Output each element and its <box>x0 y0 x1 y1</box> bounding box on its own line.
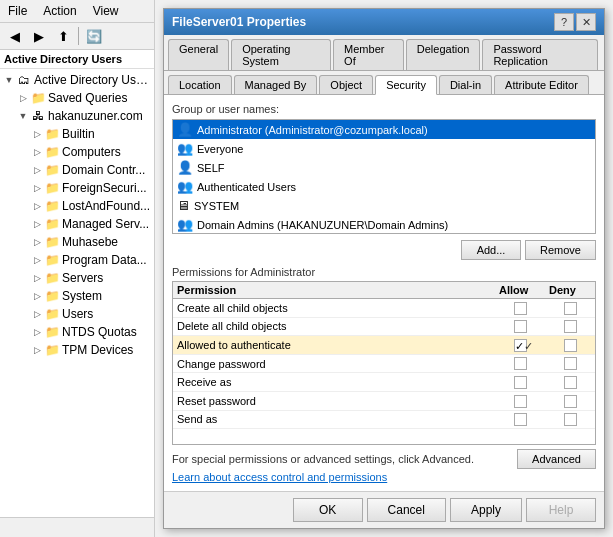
user-icon-administrator: 👤 <box>177 122 193 137</box>
sidebar-item-lost-found[interactable]: ▷ 📁 LostAndFound... <box>0 197 154 215</box>
deny-checkbox-0[interactable] <box>564 302 577 315</box>
perm-deny-3[interactable] <box>545 354 595 373</box>
perm-name-4: Receive as <box>173 373 495 392</box>
perm-allow-5[interactable] <box>495 391 545 410</box>
expander-program-data: ▷ <box>30 253 44 267</box>
sidebar-item-users[interactable]: ▷ 📁 Users <box>0 305 154 323</box>
user-list-item[interactable]: 👥 Everyone <box>173 139 595 158</box>
user-list-item[interactable]: 👥 Domain Admins (HAKANUZUNER\Domain Admi… <box>173 215 595 234</box>
advanced-button[interactable]: Advanced <box>517 449 596 469</box>
allow-checkbox-2[interactable]: ✓ <box>514 339 527 352</box>
table-row: Change password <box>173 354 595 373</box>
deny-checkbox-6[interactable] <box>564 413 577 426</box>
allow-checkbox-3[interactable] <box>514 357 527 370</box>
allow-checkbox-6[interactable] <box>514 413 527 426</box>
sidebar-item-saved-queries[interactable]: ▷ 📁 Saved Queries <box>0 89 154 107</box>
perm-deny-1[interactable] <box>545 317 595 336</box>
ok-button[interactable]: OK <box>293 498 363 522</box>
sidebar-item-ntds-quotas[interactable]: ▷ 📁 NTDS Quotas <box>0 323 154 341</box>
user-list[interactable]: 👤 Administrator (Administrator@cozumpark… <box>172 119 596 234</box>
left-panel: File Action View ◀ ▶ ⬆ 🔄 Active Director… <box>0 0 155 537</box>
expander-users: ▷ <box>30 307 44 321</box>
tab-dial-in[interactable]: Dial-in <box>439 75 492 94</box>
perm-allow-3[interactable] <box>495 354 545 373</box>
remove-button[interactable]: Remove <box>525 240 596 260</box>
perm-name-0: Create all child objects <box>173 299 495 318</box>
user-list-item[interactable]: 👥 Authenticated Users <box>173 177 595 196</box>
tab-object[interactable]: Object <box>319 75 373 94</box>
advanced-section: For special permissions or advanced sett… <box>172 449 596 469</box>
tab-attr-editor[interactable]: Attribute Editor <box>494 75 589 94</box>
user-name-self: SELF <box>197 162 225 174</box>
apply-button[interactable]: Apply <box>450 498 522 522</box>
user-list-item[interactable]: 👤 SELF <box>173 158 595 177</box>
tab-location[interactable]: Location <box>168 75 232 94</box>
sidebar-item-managed-srv[interactable]: ▷ 📁 Managed Serv... <box>0 215 154 233</box>
tab-pw-replication[interactable]: Password Replication <box>482 39 598 70</box>
menu-view[interactable]: View <box>89 2 123 20</box>
title-buttons: ? ✕ <box>554 13 596 31</box>
refresh-button[interactable]: 🔄 <box>83 25 105 47</box>
expander-root: ▼ <box>2 73 16 87</box>
program-data-label: Program Data... <box>62 253 147 267</box>
close-title-button[interactable]: ✕ <box>576 13 596 31</box>
tab-os[interactable]: Operating System <box>231 39 331 70</box>
tab-row-2: Location Managed By Object Security Dial… <box>164 71 604 95</box>
sidebar-item-servers[interactable]: ▷ 📁 Servers <box>0 269 154 287</box>
menu-file[interactable]: File <box>4 2 31 20</box>
allow-checkbox-0[interactable] <box>514 302 527 315</box>
perm-allow-1[interactable] <box>495 317 545 336</box>
tab-general[interactable]: General <box>168 39 229 70</box>
tab-delegation[interactable]: Delegation <box>406 39 481 70</box>
user-name-system: SYSTEM <box>194 200 239 212</box>
sidebar-item-domain-ctrl[interactable]: ▷ 📁 Domain Contr... <box>0 161 154 179</box>
perm-name-1: Delete all child objects <box>173 317 495 336</box>
perm-deny-4[interactable] <box>545 373 595 392</box>
deny-checkbox-2[interactable] <box>564 339 577 352</box>
add-button[interactable]: Add... <box>461 240 521 260</box>
menu-action[interactable]: Action <box>39 2 80 20</box>
back-button[interactable]: ◀ <box>4 25 26 47</box>
user-icon-self: 👤 <box>177 160 193 175</box>
tab-security[interactable]: Security <box>375 75 437 95</box>
perm-allow-6[interactable] <box>495 410 545 429</box>
deny-checkbox-1[interactable] <box>564 320 577 333</box>
up-button[interactable]: ⬆ <box>52 25 74 47</box>
deny-checkbox-3[interactable] <box>564 357 577 370</box>
expander-domain-ctrl: ▷ <box>30 163 44 177</box>
user-list-item[interactable]: 🖥 SYSTEM <box>173 196 595 215</box>
forward-button[interactable]: ▶ <box>28 25 50 47</box>
cancel-button[interactable]: Cancel <box>367 498 446 522</box>
lost-found-label: LostAndFound... <box>62 199 150 213</box>
help-button[interactable]: Help <box>526 498 596 522</box>
tpm-label: TPM Devices <box>62 343 133 357</box>
perm-deny-0[interactable] <box>545 299 595 318</box>
help-title-button[interactable]: ? <box>554 13 574 31</box>
perm-deny-5[interactable] <box>545 391 595 410</box>
sidebar-item-computers[interactable]: ▷ 📁 Computers <box>0 143 154 161</box>
deny-checkbox-4[interactable] <box>564 376 577 389</box>
tree-root[interactable]: ▼ 🗂 Active Directory Users <box>0 71 154 89</box>
sidebar-item-tpm-devices[interactable]: ▷ 📁 TPM Devices <box>0 341 154 359</box>
allow-checkbox-1[interactable] <box>514 320 527 333</box>
perm-deny-6[interactable] <box>545 410 595 429</box>
allow-checkbox-5[interactable] <box>514 395 527 408</box>
sidebar-item-domain[interactable]: ▼ 🖧 hakanuzuner.com <box>0 107 154 125</box>
tab-member-of[interactable]: Member Of <box>333 39 404 70</box>
sidebar-item-foreign-sec[interactable]: ▷ 📁 ForeignSecuri... <box>0 179 154 197</box>
perm-allow-2[interactable]: ✓ <box>495 336 545 355</box>
user-name-everyone: Everyone <box>197 143 243 155</box>
tab-managed-by[interactable]: Managed By <box>234 75 318 94</box>
sidebar-item-system[interactable]: ▷ 📁 System <box>0 287 154 305</box>
allow-checkbox-4[interactable] <box>514 376 527 389</box>
deny-checkbox-5[interactable] <box>564 395 577 408</box>
perm-allow-4[interactable] <box>495 373 545 392</box>
user-list-item[interactable]: 👤 Administrator (Administrator@cozumpark… <box>173 120 595 139</box>
learn-link[interactable]: Learn about access control and permissio… <box>172 471 596 483</box>
perm-allow-0[interactable] <box>495 299 545 318</box>
sidebar-item-muhasebe[interactable]: ▷ 📁 Muhasebe <box>0 233 154 251</box>
perm-deny-2[interactable] <box>545 336 595 355</box>
dialog-title: FileServer01 Properties <box>172 15 554 29</box>
sidebar-item-program-data[interactable]: ▷ 📁 Program Data... <box>0 251 154 269</box>
sidebar-item-builtin[interactable]: ▷ 📁 Builtin <box>0 125 154 143</box>
